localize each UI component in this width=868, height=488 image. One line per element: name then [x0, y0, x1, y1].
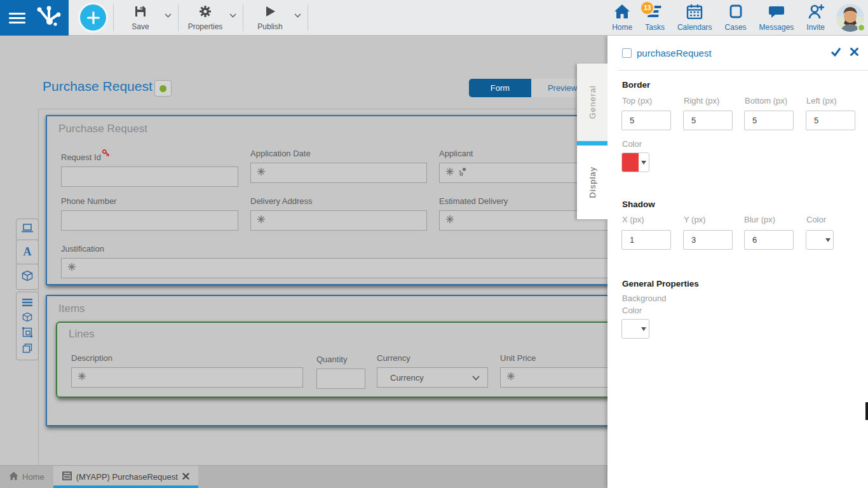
- tab-general[interactable]: General: [577, 64, 607, 141]
- group-legend: Items: [58, 302, 85, 315]
- properties-button[interactable]: Properties: [179, 0, 243, 36]
- border-left-label: Left (px): [806, 96, 837, 105]
- asterisk-icon: [506, 372, 515, 383]
- close-icon[interactable]: [850, 47, 859, 59]
- publish-button[interactable]: Publish: [243, 0, 308, 36]
- field-phone-number[interactable]: Phone Number: [61, 196, 238, 231]
- toolbar-separator: [308, 4, 308, 31]
- form-file-icon: [62, 471, 72, 482]
- input-description[interactable]: [71, 367, 303, 388]
- nav-invite[interactable]: Invite: [800, 0, 831, 36]
- border-top-label: Top (px): [622, 96, 652, 105]
- nav-cases[interactable]: Cases: [719, 0, 753, 36]
- group-legend: Purchase Request: [58, 123, 147, 135]
- publish-dropdown-chevron-icon[interactable]: [294, 9, 301, 20]
- field-delivery-address[interactable]: Delivery Address: [250, 196, 427, 231]
- editor-toolbar: Save: [113, 0, 308, 36]
- currency-select[interactable]: Currency: [377, 367, 488, 388]
- save-button[interactable]: Save: [114, 0, 178, 36]
- nav-calendars[interactable]: Calendars: [671, 0, 719, 36]
- data-link-icon: [458, 167, 466, 179]
- selected-widget-name: purchaseRequest: [637, 48, 712, 58]
- widget-checkbox[interactable]: [622, 48, 632, 58]
- apply-icon[interactable]: [831, 47, 841, 59]
- publish-icon: [264, 5, 276, 20]
- toolbox-widget-button[interactable]: [16, 264, 39, 290]
- field-description[interactable]: Description: [71, 353, 303, 388]
- primary-key-icon: [102, 149, 111, 159]
- border-color-label: Color: [622, 139, 642, 149]
- asterisk-icon: [257, 167, 266, 179]
- background-color-label-2: Color: [622, 306, 642, 315]
- border-section-heading: Border: [622, 80, 650, 90]
- brand-logo-icon[interactable]: [34, 4, 61, 32]
- toolbox-panel: [16, 292, 39, 360]
- calendars-icon: [686, 4, 703, 22]
- input-request-id[interactable]: [61, 166, 238, 187]
- input-delivery-address[interactable]: [250, 210, 427, 231]
- field-currency[interactable]: Currency Currency: [377, 353, 488, 388]
- top-navigation: Home 13 Tasks: [606, 0, 864, 36]
- dropdown-arrow-icon: [639, 153, 649, 172]
- asterisk-icon: [67, 262, 76, 274]
- properties-panel: purchaseRequest Border Top (px) Right (p…: [607, 36, 868, 488]
- background-color-picker[interactable]: [621, 319, 649, 339]
- nav-messages[interactable]: Messages: [753, 0, 801, 36]
- border-left-input[interactable]: [806, 111, 855, 130]
- shadow-y-input[interactable]: [683, 230, 733, 250]
- top-bar: Save: [0, 0, 868, 36]
- logo-block: [0, 0, 69, 36]
- home-small-icon: [9, 471, 18, 482]
- form-status-button[interactable]: [154, 80, 172, 97]
- status-dot-icon: [159, 85, 166, 92]
- active-tab-indicator: [577, 141, 607, 146]
- toolbox-screen-button[interactable]: [16, 219, 39, 240]
- nav-tasks[interactable]: 13 Tasks: [639, 0, 671, 36]
- border-bottom-label: Bottom (px): [745, 96, 787, 105]
- input-quantity[interactable]: [316, 369, 365, 389]
- field-application-date[interactable]: Application Date: [250, 149, 427, 183]
- container-select-icon[interactable]: [22, 327, 32, 337]
- cases-icon: [728, 4, 744, 22]
- component-cube-icon[interactable]: [22, 312, 32, 322]
- save-dropdown-chevron-icon[interactable]: [165, 9, 172, 20]
- bottom-tab-purchase-request[interactable]: (MYAPP) PurchaseRequest: [53, 466, 198, 488]
- rows-icon[interactable]: [22, 299, 32, 306]
- toolbox-text-button[interactable]: A: [16, 240, 39, 264]
- border-right-label: Right (px): [684, 96, 719, 105]
- duplicate-icon[interactable]: [22, 343, 32, 353]
- tab-form[interactable]: Form: [469, 79, 531, 97]
- scrollbar-thumb[interactable]: [865, 402, 868, 420]
- shadow-blur-input[interactable]: [744, 230, 794, 250]
- group-legend: Lines: [69, 328, 95, 341]
- app-root: Save: [0, 0, 868, 488]
- shadow-y-label: Y (px): [684, 215, 705, 224]
- invite-icon: [808, 4, 824, 22]
- page-title: Purchase Request: [43, 79, 153, 94]
- tab-display[interactable]: Display: [577, 146, 607, 219]
- bottom-tab-bar: Home (MYAPP) PurchaseRequest: [0, 465, 607, 488]
- border-color-picker[interactable]: [621, 152, 649, 172]
- chevron-down-icon: [472, 373, 480, 383]
- input-application-date[interactable]: [250, 163, 427, 183]
- border-bottom-input[interactable]: [744, 111, 794, 130]
- field-quantity[interactable]: Quantity: [316, 355, 365, 389]
- menu-icon[interactable]: [9, 10, 25, 26]
- bottom-tab-home[interactable]: Home: [0, 466, 53, 488]
- shadow-color-picker[interactable]: [806, 230, 834, 250]
- add-button[interactable]: [80, 4, 106, 30]
- properties-icon: [199, 5, 212, 20]
- nav-home[interactable]: Home: [606, 0, 639, 36]
- field-request-id[interactable]: Request Id: [61, 149, 238, 187]
- input-phone-number[interactable]: [61, 210, 238, 231]
- panel-divider: [618, 70, 868, 71]
- color-chip-empty: [622, 320, 639, 338]
- user-avatar[interactable]: [836, 4, 864, 32]
- shadow-x-input[interactable]: [621, 230, 671, 250]
- properties-dropdown-chevron-icon[interactable]: [229, 9, 236, 20]
- messages-icon: [768, 4, 785, 22]
- border-top-input[interactable]: [621, 111, 671, 130]
- text-style-icon: A: [24, 245, 32, 259]
- close-tab-icon[interactable]: [182, 472, 189, 482]
- border-right-input[interactable]: [683, 111, 733, 130]
